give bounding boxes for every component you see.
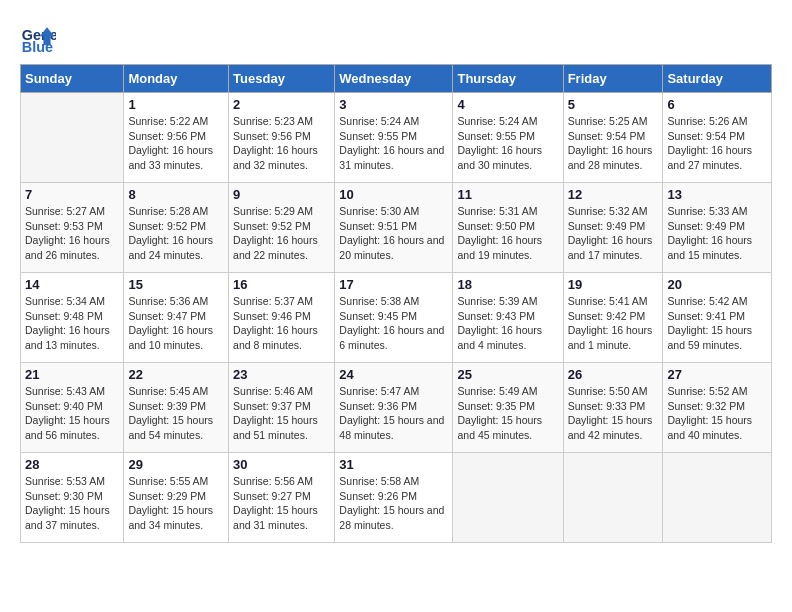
day-number: 30 — [233, 457, 330, 472]
column-header-monday: Monday — [124, 65, 229, 93]
calendar-cell: 23Sunrise: 5:46 AMSunset: 9:37 PMDayligh… — [229, 363, 335, 453]
calendar-cell: 3Sunrise: 5:24 AMSunset: 9:55 PMDaylight… — [335, 93, 453, 183]
calendar-cell: 28Sunrise: 5:53 AMSunset: 9:30 PMDayligh… — [21, 453, 124, 543]
calendar-table: SundayMondayTuesdayWednesdayThursdayFrid… — [20, 64, 772, 543]
day-number: 12 — [568, 187, 659, 202]
calendar-cell: 25Sunrise: 5:49 AMSunset: 9:35 PMDayligh… — [453, 363, 563, 453]
calendar-week-0: 1Sunrise: 5:22 AMSunset: 9:56 PMDaylight… — [21, 93, 772, 183]
day-number: 13 — [667, 187, 767, 202]
calendar-cell — [21, 93, 124, 183]
calendar-week-2: 14Sunrise: 5:34 AMSunset: 9:48 PMDayligh… — [21, 273, 772, 363]
calendar-body: 1Sunrise: 5:22 AMSunset: 9:56 PMDaylight… — [21, 93, 772, 543]
day-info: Sunrise: 5:43 AMSunset: 9:40 PMDaylight:… — [25, 384, 119, 443]
column-header-thursday: Thursday — [453, 65, 563, 93]
day-number: 31 — [339, 457, 448, 472]
calendar-cell: 18Sunrise: 5:39 AMSunset: 9:43 PMDayligh… — [453, 273, 563, 363]
day-number: 20 — [667, 277, 767, 292]
day-info: Sunrise: 5:38 AMSunset: 9:45 PMDaylight:… — [339, 294, 448, 353]
calendar-cell: 30Sunrise: 5:56 AMSunset: 9:27 PMDayligh… — [229, 453, 335, 543]
day-info: Sunrise: 5:58 AMSunset: 9:26 PMDaylight:… — [339, 474, 448, 533]
column-header-friday: Friday — [563, 65, 663, 93]
day-number: 6 — [667, 97, 767, 112]
calendar-cell: 8Sunrise: 5:28 AMSunset: 9:52 PMDaylight… — [124, 183, 229, 273]
day-info: Sunrise: 5:23 AMSunset: 9:56 PMDaylight:… — [233, 114, 330, 173]
day-number: 23 — [233, 367, 330, 382]
calendar-cell — [453, 453, 563, 543]
calendar-cell: 27Sunrise: 5:52 AMSunset: 9:32 PMDayligh… — [663, 363, 772, 453]
calendar-cell: 2Sunrise: 5:23 AMSunset: 9:56 PMDaylight… — [229, 93, 335, 183]
page-header: General Blue — [20, 20, 772, 56]
day-info: Sunrise: 5:22 AMSunset: 9:56 PMDaylight:… — [128, 114, 224, 173]
day-number: 22 — [128, 367, 224, 382]
calendar-cell: 11Sunrise: 5:31 AMSunset: 9:50 PMDayligh… — [453, 183, 563, 273]
calendar-cell — [563, 453, 663, 543]
day-info: Sunrise: 5:49 AMSunset: 9:35 PMDaylight:… — [457, 384, 558, 443]
calendar-cell: 16Sunrise: 5:37 AMSunset: 9:46 PMDayligh… — [229, 273, 335, 363]
calendar-week-4: 28Sunrise: 5:53 AMSunset: 9:30 PMDayligh… — [21, 453, 772, 543]
day-info: Sunrise: 5:45 AMSunset: 9:39 PMDaylight:… — [128, 384, 224, 443]
day-number: 24 — [339, 367, 448, 382]
day-info: Sunrise: 5:25 AMSunset: 9:54 PMDaylight:… — [568, 114, 659, 173]
calendar-cell: 4Sunrise: 5:24 AMSunset: 9:55 PMDaylight… — [453, 93, 563, 183]
day-info: Sunrise: 5:46 AMSunset: 9:37 PMDaylight:… — [233, 384, 330, 443]
day-number: 28 — [25, 457, 119, 472]
calendar-cell: 12Sunrise: 5:32 AMSunset: 9:49 PMDayligh… — [563, 183, 663, 273]
calendar-cell: 1Sunrise: 5:22 AMSunset: 9:56 PMDaylight… — [124, 93, 229, 183]
day-info: Sunrise: 5:27 AMSunset: 9:53 PMDaylight:… — [25, 204, 119, 263]
day-number: 4 — [457, 97, 558, 112]
calendar-header-row: SundayMondayTuesdayWednesdayThursdayFrid… — [21, 65, 772, 93]
calendar-cell: 5Sunrise: 5:25 AMSunset: 9:54 PMDaylight… — [563, 93, 663, 183]
day-number: 14 — [25, 277, 119, 292]
calendar-cell: 17Sunrise: 5:38 AMSunset: 9:45 PMDayligh… — [335, 273, 453, 363]
day-info: Sunrise: 5:55 AMSunset: 9:29 PMDaylight:… — [128, 474, 224, 533]
day-number: 25 — [457, 367, 558, 382]
calendar-cell: 26Sunrise: 5:50 AMSunset: 9:33 PMDayligh… — [563, 363, 663, 453]
day-number: 21 — [25, 367, 119, 382]
day-number: 27 — [667, 367, 767, 382]
column-header-tuesday: Tuesday — [229, 65, 335, 93]
calendar-cell: 31Sunrise: 5:58 AMSunset: 9:26 PMDayligh… — [335, 453, 453, 543]
day-info: Sunrise: 5:47 AMSunset: 9:36 PMDaylight:… — [339, 384, 448, 443]
day-info: Sunrise: 5:30 AMSunset: 9:51 PMDaylight:… — [339, 204, 448, 263]
calendar-cell: 15Sunrise: 5:36 AMSunset: 9:47 PMDayligh… — [124, 273, 229, 363]
day-info: Sunrise: 5:24 AMSunset: 9:55 PMDaylight:… — [457, 114, 558, 173]
day-info: Sunrise: 5:34 AMSunset: 9:48 PMDaylight:… — [25, 294, 119, 353]
day-number: 17 — [339, 277, 448, 292]
calendar-cell — [663, 453, 772, 543]
calendar-cell: 22Sunrise: 5:45 AMSunset: 9:39 PMDayligh… — [124, 363, 229, 453]
day-number: 2 — [233, 97, 330, 112]
day-number: 16 — [233, 277, 330, 292]
day-number: 1 — [128, 97, 224, 112]
calendar-cell: 21Sunrise: 5:43 AMSunset: 9:40 PMDayligh… — [21, 363, 124, 453]
column-header-sunday: Sunday — [21, 65, 124, 93]
day-info: Sunrise: 5:29 AMSunset: 9:52 PMDaylight:… — [233, 204, 330, 263]
day-info: Sunrise: 5:41 AMSunset: 9:42 PMDaylight:… — [568, 294, 659, 353]
day-number: 15 — [128, 277, 224, 292]
calendar-cell: 7Sunrise: 5:27 AMSunset: 9:53 PMDaylight… — [21, 183, 124, 273]
day-info: Sunrise: 5:53 AMSunset: 9:30 PMDaylight:… — [25, 474, 119, 533]
calendar-cell: 19Sunrise: 5:41 AMSunset: 9:42 PMDayligh… — [563, 273, 663, 363]
day-number: 5 — [568, 97, 659, 112]
day-number: 26 — [568, 367, 659, 382]
day-number: 9 — [233, 187, 330, 202]
column-header-wednesday: Wednesday — [335, 65, 453, 93]
day-info: Sunrise: 5:39 AMSunset: 9:43 PMDaylight:… — [457, 294, 558, 353]
day-number: 19 — [568, 277, 659, 292]
day-info: Sunrise: 5:32 AMSunset: 9:49 PMDaylight:… — [568, 204, 659, 263]
day-info: Sunrise: 5:33 AMSunset: 9:49 PMDaylight:… — [667, 204, 767, 263]
day-number: 8 — [128, 187, 224, 202]
day-number: 29 — [128, 457, 224, 472]
calendar-cell: 9Sunrise: 5:29 AMSunset: 9:52 PMDaylight… — [229, 183, 335, 273]
day-info: Sunrise: 5:26 AMSunset: 9:54 PMDaylight:… — [667, 114, 767, 173]
day-info: Sunrise: 5:24 AMSunset: 9:55 PMDaylight:… — [339, 114, 448, 173]
calendar-week-1: 7Sunrise: 5:27 AMSunset: 9:53 PMDaylight… — [21, 183, 772, 273]
day-number: 10 — [339, 187, 448, 202]
day-number: 3 — [339, 97, 448, 112]
calendar-cell: 6Sunrise: 5:26 AMSunset: 9:54 PMDaylight… — [663, 93, 772, 183]
day-info: Sunrise: 5:42 AMSunset: 9:41 PMDaylight:… — [667, 294, 767, 353]
day-number: 18 — [457, 277, 558, 292]
day-number: 11 — [457, 187, 558, 202]
day-info: Sunrise: 5:50 AMSunset: 9:33 PMDaylight:… — [568, 384, 659, 443]
calendar-cell: 29Sunrise: 5:55 AMSunset: 9:29 PMDayligh… — [124, 453, 229, 543]
day-info: Sunrise: 5:37 AMSunset: 9:46 PMDaylight:… — [233, 294, 330, 353]
